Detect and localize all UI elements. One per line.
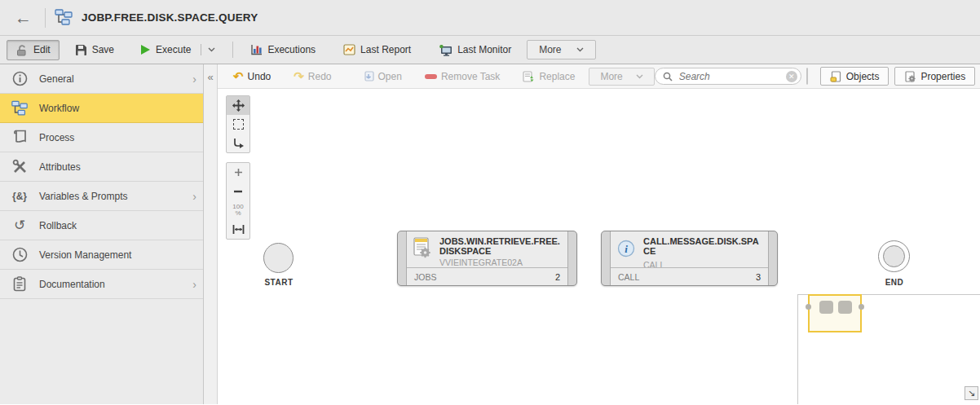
executions-button[interactable]: Executions [241, 40, 324, 59]
canvas-tool-palette [226, 95, 250, 153]
back-arrow-icon[interactable]: ← [10, 9, 37, 26]
execute-dropdown-chevron-icon[interactable] [208, 47, 215, 52]
workflow-icon [11, 100, 29, 117]
unlock-icon [15, 44, 29, 56]
task-type-label: CALL [618, 272, 639, 282]
properties-icon [904, 71, 916, 82]
workflow-object-icon [54, 9, 73, 26]
sidebar-item-attributes[interactable]: Attributes [0, 152, 203, 182]
workflow-start-node[interactable] [263, 243, 294, 273]
search-icon [663, 72, 673, 81]
bar-chart-icon [250, 44, 263, 55]
sidebar-item-process[interactable]: Process [0, 123, 203, 152]
sidebar-item-version-management[interactable]: Version Management [0, 240, 203, 270]
executions-button-label: Executions [267, 44, 316, 55]
process-document-icon [11, 130, 29, 145]
minimap-viewport[interactable] [808, 294, 862, 332]
sidebar-item-label: Process [39, 132, 74, 143]
open-button[interactable]: Open [355, 69, 409, 84]
execute-button[interactable]: Execute [131, 40, 224, 59]
sidebar-collapse-strip: « [204, 64, 218, 404]
sidebar-item-variables-prompts[interactable]: {&} Variables & Prompts › [0, 182, 203, 211]
last-monitor-button-label: Last Monitor [457, 44, 511, 55]
sidebar-item-rollback[interactable]: ↺ Rollback [0, 211, 203, 240]
edit-button[interactable]: Edit [7, 40, 60, 60]
connector-icon [232, 137, 245, 149]
sidebar-item-documentation[interactable]: Documentation › [0, 270, 203, 299]
end-node-label: END [873, 278, 916, 287]
open-icon [363, 71, 374, 82]
sidebar-item-label: General [39, 73, 74, 85]
minimap-end-dot [859, 304, 864, 310]
zoom-level-indicator[interactable]: 100 % [227, 200, 249, 220]
left-arrow-icon [807, 73, 808, 80]
task-title: JOBS.WIN.RETRIEVE.FREE.DISKSPACE [439, 236, 561, 256]
undo-icon: ↶ [233, 70, 244, 82]
workflow-canvas[interactable]: 100 % START [218, 89, 980, 404]
save-button[interactable]: Save [66, 40, 123, 60]
task-left-grip[interactable] [398, 231, 406, 285]
minimap-panel[interactable]: ↘ [797, 294, 980, 404]
workflow-end-node[interactable] [878, 240, 910, 272]
toolbar-more-button[interactable]: More [527, 40, 595, 59]
info-circle-icon [11, 71, 29, 86]
application-window: ← JOBP.FREE.DISK.SPACE.QUERY Edit [0, 0, 980, 405]
objects-panel-button[interactable]: Objects [820, 67, 890, 86]
task-right-grip[interactable] [769, 231, 777, 285]
zoom-in-button[interactable] [227, 163, 249, 182]
toolbar-more-label: More [539, 44, 561, 55]
minimap-task-node [838, 301, 852, 314]
replace-icon [523, 71, 535, 82]
zoom-unit: % [235, 210, 241, 217]
more-chevron-down-icon [636, 74, 643, 79]
fit-width-button[interactable] [227, 220, 249, 239]
canvas-more-button[interactable]: More [589, 68, 654, 86]
zoom-out-button[interactable] [227, 182, 249, 200]
task-agent: VVIEINTEGRATE02A [439, 258, 561, 267]
clear-search-icon[interactable]: ✕ [786, 71, 797, 82]
undo-button[interactable]: ↶ Undo [226, 68, 278, 84]
save-button-label: Save [92, 44, 114, 55]
search-result-pager [806, 68, 808, 85]
undo-button-label: Undo [248, 71, 271, 82]
task-node-call[interactable]: i CALL.MESSAGE.DISK.SPACE CALL CALL 3 [601, 231, 778, 286]
main-body: General › Workflow [0, 64, 980, 404]
redo-button[interactable]: ↷ Redo [286, 68, 338, 84]
replace-button-label: Replace [539, 71, 575, 82]
execute-split-divider [201, 44, 201, 55]
sidebar-item-label: Variables & Prompts [39, 191, 128, 202]
minus-icon [233, 190, 243, 193]
toolbar-separator [232, 42, 233, 58]
sidebar-item-general[interactable]: General › [0, 64, 203, 94]
monitor-icon [439, 44, 452, 56]
minimap-collapse-button[interactable]: ↘ [965, 386, 978, 400]
move-tool-button[interactable] [227, 96, 249, 115]
task-node-jobs[interactable]: JOBS.WIN.RETRIEVE.FREE.DISKSPACE VVIEINT… [397, 231, 577, 286]
chevron-right-icon: › [192, 73, 196, 86]
canvas-toolbar: ↶ Undo ↷ Redo Open [218, 64, 980, 89]
sidebar-item-workflow[interactable]: Workflow [0, 94, 203, 123]
canvas-more-label: More [600, 71, 622, 82]
remove-task-button-label: Remove Task [441, 71, 500, 82]
remove-task-button[interactable]: Remove Task [417, 69, 507, 84]
title-bar: ← JOBP.FREE.DISK.SPACE.QUERY [0, 0, 980, 36]
clipboard-icon [11, 276, 29, 292]
marquee-select-tool-button[interactable] [227, 115, 249, 134]
previous-result-button[interactable] [807, 68, 808, 84]
last-monitor-button[interactable]: Last Monitor [430, 40, 520, 60]
task-right-grip[interactable] [568, 231, 576, 285]
move-icon [232, 99, 245, 112]
replace-button[interactable]: Replace [515, 69, 582, 84]
properties-panel-button[interactable]: Properties [894, 67, 975, 86]
connector-tool-button[interactable] [227, 134, 249, 152]
marquee-icon [233, 119, 244, 130]
minimap-task-node [819, 301, 833, 314]
last-report-button[interactable]: Last Report [334, 40, 420, 59]
collapse-sidebar-icon[interactable]: « [207, 71, 213, 83]
task-left-grip[interactable] [602, 231, 610, 285]
execute-button-label: Execute [156, 44, 191, 55]
search-input[interactable] [678, 70, 781, 83]
page-title: JOBP.FREE.DISK.SPACE.QUERY [82, 11, 258, 24]
task-index: 2 [555, 272, 560, 282]
sidebar-item-label: Attributes [39, 161, 81, 173]
